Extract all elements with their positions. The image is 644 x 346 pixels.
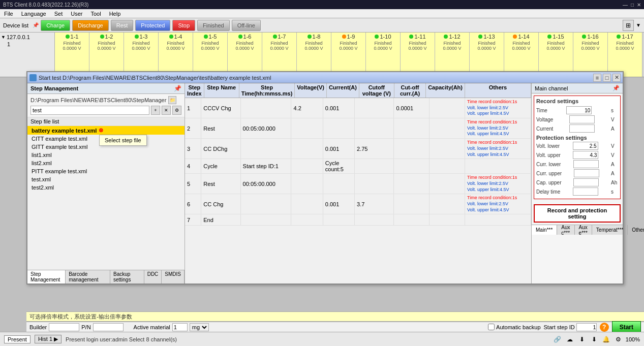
help-button[interactable]: ? xyxy=(600,323,609,332)
active-material-unit-select[interactable]: mg xyxy=(190,323,209,331)
channel-col-1-2[interactable]: 1-2 Finished 0.0000 V xyxy=(89,33,124,77)
start-step-input[interactable] xyxy=(576,323,597,331)
menu-user[interactable]: User xyxy=(69,10,84,17)
channel-col-1-6[interactable]: 1-6 Finished 0.0000 V xyxy=(228,33,262,77)
tab-others[interactable]: Others xyxy=(628,225,644,235)
channel-col-1-1[interactable]: 1-1 Finished 0.0000 V xyxy=(55,33,89,77)
status-icon-3[interactable]: ⬇ xyxy=(577,334,587,344)
right-panel-pin[interactable]: 📌 xyxy=(612,85,620,91)
channel-col-1-11[interactable]: 1-11 Finished 0.0000 V xyxy=(401,33,435,77)
folder-icon[interactable]: 📁 xyxy=(168,96,176,104)
tab-ddc[interactable]: DDC xyxy=(144,270,162,284)
tab-main[interactable]: Main*** xyxy=(532,225,557,235)
rest-button[interactable]: Rest xyxy=(111,20,134,31)
file-item[interactable]: test.xml xyxy=(27,175,185,183)
builder-input[interactable] xyxy=(49,323,79,331)
channel-col-1-16[interactable]: 1-16 Finished 0.0000 V xyxy=(573,33,608,77)
tab-step-management[interactable]: Step Management xyxy=(27,270,66,284)
table-row[interactable]: 5 Rest 00:05:00.000 Time record conditio… xyxy=(185,174,531,194)
device-tree-ip[interactable]: ▼ 127.0.0.1 xyxy=(1,34,53,41)
auto-backup-checkbox[interactable] xyxy=(488,324,495,330)
active-material-input[interactable] xyxy=(172,323,188,331)
toolbar-expand[interactable]: ▼ xyxy=(636,22,641,28)
rs-voltage-input[interactable] xyxy=(569,115,595,123)
tab-aux-c[interactable]: Aux c*** xyxy=(557,225,574,235)
panel-pin-icon[interactable]: 📌 xyxy=(174,85,181,92)
rs-volt-lower-input[interactable] xyxy=(573,142,598,150)
search-plus-btn[interactable]: + xyxy=(151,106,160,115)
file-item[interactable]: test2.xml xyxy=(27,183,185,192)
channel-col-1-9[interactable]: 1-9 Finished 0.0000 V xyxy=(331,33,366,77)
search-clear-btn[interactable]: ✕ xyxy=(162,106,171,115)
record-protect-button[interactable]: Record and protection setting xyxy=(534,204,621,223)
rs-cap-upper-input[interactable] xyxy=(573,178,599,186)
channel-col-1-15[interactable]: 1-15 Finished 0.0000 V xyxy=(539,33,573,77)
rs-current-input[interactable] xyxy=(569,124,595,133)
channel-col-1-10[interactable]: 1-10 Finished 0.0000 V xyxy=(366,33,401,77)
minimize-btn[interactable]: — xyxy=(623,2,628,8)
close-btn[interactable]: ✕ xyxy=(637,2,641,8)
charge-button[interactable]: Charge xyxy=(41,20,70,31)
rs-curr-lower-input[interactable] xyxy=(573,160,599,168)
rs-delay-input[interactable] xyxy=(573,187,598,196)
channel-col-1-4[interactable]: 1-4 Finished 0.0000 V xyxy=(159,33,193,77)
win-close-btn[interactable]: ✕ xyxy=(612,74,621,82)
channel-col-1-14[interactable]: 1-14 Finished 0.0000 V xyxy=(504,33,539,77)
rs-volt-upper-input[interactable] xyxy=(573,151,598,159)
file-item[interactable]: list2.xml xyxy=(27,159,185,167)
table-row[interactable]: 4 Cycle Start step ID:1 Cycle count:5 xyxy=(185,159,531,174)
menu-file[interactable]: File xyxy=(2,10,15,17)
menu-help[interactable]: Help xyxy=(107,10,123,17)
window-control-buttons[interactable]: ≡ □ ✕ xyxy=(593,74,621,82)
channel-col-1-17[interactable]: 1-17 Finished 0.0000 V xyxy=(608,33,642,77)
search-input[interactable] xyxy=(30,106,149,115)
tab-aux-e[interactable]: Aux e*** xyxy=(575,225,592,235)
status-icon-4[interactable]: ⬇ xyxy=(589,334,599,344)
table-row[interactable]: 6 CC Chg 0.001 3.7 Time record condition… xyxy=(185,194,531,214)
status-icon-1[interactable]: 🔗 xyxy=(553,334,563,344)
toolbar-icon-right[interactable]: ⊞ xyxy=(623,20,634,31)
offline-button[interactable]: Off-line xyxy=(232,20,261,31)
table-row[interactable]: 2 Rest 00:05:00.000 Time record conditio… xyxy=(185,118,531,139)
channel-col-1-7[interactable]: 1-7 Finished 0.0000 V xyxy=(262,33,297,77)
channel-col-1-3[interactable]: 1-3 Finished 0.0000 V xyxy=(124,33,159,77)
present-tab[interactable]: Present xyxy=(4,335,30,343)
tab-backup[interactable]: Backup settings xyxy=(110,270,144,284)
finished-button[interactable]: Finished xyxy=(197,20,230,31)
menu-tool[interactable]: Tool xyxy=(88,10,103,17)
file-item[interactable]: list1.xml xyxy=(27,151,185,159)
table-row[interactable]: 1 CCCV Chg 4.2 0.001 0.0001 Time record … xyxy=(185,98,531,118)
win-menu-btn[interactable]: ≡ xyxy=(593,74,601,82)
tree-expand-arrow[interactable]: ▼ xyxy=(1,35,6,40)
window-controls[interactable]: — □ ✕ xyxy=(623,2,641,8)
channel-col-1-12[interactable]: 1-12 Finished 0.0000 V xyxy=(435,33,470,77)
win-restore-btn[interactable]: □ xyxy=(603,74,611,82)
rs-curr-upper-input[interactable] xyxy=(574,169,599,177)
start-button[interactable]: Start xyxy=(612,321,641,333)
device-list-expand[interactable]: 📌 xyxy=(33,22,39,28)
status-icon-2[interactable]: ☁ xyxy=(565,334,575,344)
protected-button[interactable]: Protected xyxy=(135,20,170,31)
tab-temperat[interactable]: Temperat*** xyxy=(592,225,628,235)
channel-col-1-13[interactable]: 1-13 Finished 0.0000 V xyxy=(470,33,504,77)
menu-set[interactable]: Set xyxy=(52,10,65,17)
channel-col-1-5[interactable]: 1-5 Finished 0.0000 V xyxy=(193,33,228,77)
channel-col-1-8[interactable]: 1-8 Finished 0.0000 V xyxy=(297,33,331,77)
status-icon-5[interactable]: 🔔 xyxy=(601,334,611,344)
discharge-button[interactable]: Discharge xyxy=(72,20,109,31)
file-item[interactable]: PITT example test.xml xyxy=(27,167,185,175)
table-row[interactable]: 7 End xyxy=(185,214,531,226)
table-row[interactable]: 3 CC DChg 0.001 2.75 Time record conditi… xyxy=(185,139,531,159)
device-tree-node[interactable]: 1 xyxy=(1,41,53,48)
maximize-btn[interactable]: □ xyxy=(631,2,634,8)
search-settings-btn[interactable]: ⚙ xyxy=(172,106,181,115)
hist-tab[interactable]: Hist 1 ▶ xyxy=(35,335,62,343)
tab-smdis[interactable]: SMDIS xyxy=(162,270,185,284)
menu-language[interactable]: Language xyxy=(19,10,48,17)
status-icon-6[interactable]: ⚙ xyxy=(614,334,624,344)
pn-input[interactable] xyxy=(93,323,124,331)
rs-time-input[interactable] xyxy=(566,106,592,114)
file-item[interactable]: battery example test.xml⊗ xyxy=(27,126,185,135)
stop-button[interactable]: Stop xyxy=(172,20,195,31)
tab-barcode[interactable]: Barcode management xyxy=(66,270,110,284)
